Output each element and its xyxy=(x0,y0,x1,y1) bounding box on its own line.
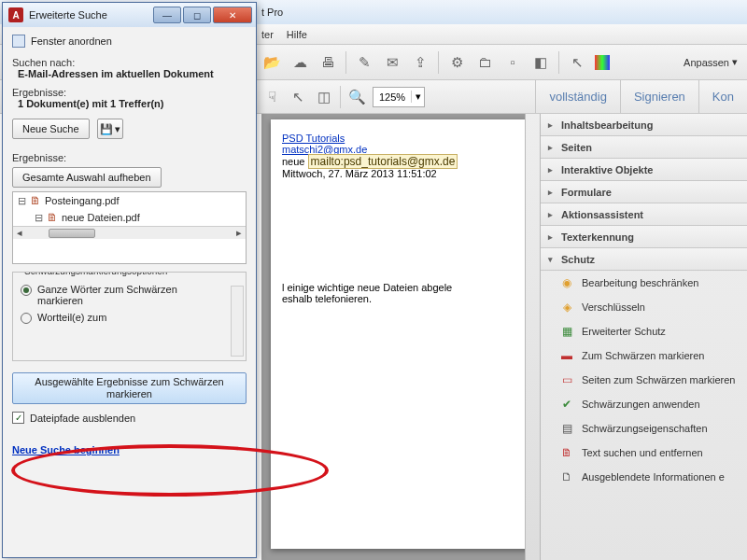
tree-collapse-icon[interactable]: ⊟ xyxy=(17,195,26,207)
save-button[interactable]: 💾▾ xyxy=(97,119,123,139)
dialog-title: Erweiterte Suche xyxy=(29,9,148,21)
item-erweitert[interactable]: ▦Erweiterter Schutz xyxy=(541,319,747,343)
rainbow-icon[interactable] xyxy=(595,55,610,70)
redaction-options-group: Schwärzungsmarkierungsoptionen Ganze Wör… xyxy=(12,272,247,361)
tab-vollstaendig[interactable]: vollständig xyxy=(535,80,619,114)
item-ausgeblendet[interactable]: 🗋Ausgeblendete Informationen e xyxy=(541,465,747,489)
separator xyxy=(340,86,341,108)
doc-body: eshalb telefonieren. xyxy=(282,293,530,304)
search-text-icon: 🗎 xyxy=(559,445,574,460)
item-anwenden[interactable]: ✔Schwärzungen anwenden xyxy=(541,392,747,416)
deselect-all-button[interactable]: Gesamte Auswahl aufheben xyxy=(12,167,162,188)
document-viewport: PSD Tutorials matschi2@gmx.de neue mailt… xyxy=(261,114,540,560)
chevron-right-icon: ▸ xyxy=(548,120,556,130)
label-ergebnisse: Ergebnisse: xyxy=(12,87,247,98)
results-summary: 1 Dokument(e) mit 1 Treffer(n) xyxy=(12,98,247,109)
new-search-button[interactable]: Neue Suche xyxy=(12,119,90,139)
zoom-value: 125% xyxy=(374,91,411,103)
tree-collapse-icon[interactable]: ⊟ xyxy=(34,212,43,224)
separator xyxy=(345,51,346,74)
item-seiten-markieren[interactable]: ▭Seiten zum Schwärzen markieren xyxy=(541,368,747,392)
arrange-windows[interactable]: Fenster anordnen xyxy=(12,35,247,48)
mail-icon[interactable]: ✉ xyxy=(382,52,402,73)
chevron-right-icon: ▸ xyxy=(548,143,556,152)
result-file[interactable]: ⊟ 🗎 Posteingang.pdf xyxy=(13,192,246,209)
mailto-tooltip: mailto:psd_tutorials@gmx.de xyxy=(308,154,458,169)
tab-kommentar[interactable]: Kon xyxy=(698,80,747,114)
item-eigenschaften[interactable]: ▤Schwärzungseigenschaften xyxy=(541,416,747,441)
acrobat-icon: A xyxy=(8,7,23,22)
chevron-right-icon: ▸ xyxy=(548,232,556,242)
page2-icon[interactable]: ◧ xyxy=(530,52,551,73)
zoom-icon[interactable]: 🔍 xyxy=(346,87,367,107)
zoom-combo[interactable]: 125% ▾ xyxy=(373,87,425,107)
shield-plus-icon: ▦ xyxy=(559,324,574,339)
result-file[interactable]: ⊟ 🗎 neue Dateien.pdf xyxy=(13,209,246,226)
separator xyxy=(438,51,439,74)
chevron-right-icon: ▸ xyxy=(548,210,556,219)
mark-for-redaction-button[interactable]: Ausgewählte Ergebnisse zum Schwärzen mar… xyxy=(12,372,247,404)
hide-paths-checkbox[interactable]: ✓ Dateipfade ausblenden xyxy=(12,412,247,424)
share-icon[interactable]: ⇪ xyxy=(410,52,430,73)
radio-whole-words[interactable]: Ganze Wörter zum Schwärzen markieren xyxy=(21,284,238,306)
doc-body: l einige wichtige neue Dateien abgele xyxy=(282,282,530,293)
gear-icon[interactable]: ⚙ xyxy=(446,52,467,73)
cloud-icon[interactable]: ☁ xyxy=(289,52,310,73)
radio-icon xyxy=(21,313,32,324)
properties-icon: ▤ xyxy=(559,421,574,436)
main-title: t Pro xyxy=(261,7,283,18)
marquee-icon[interactable]: ◫ xyxy=(314,87,334,107)
pointer-icon[interactable]: ↖ xyxy=(567,52,587,73)
close-button[interactable]: ✕ xyxy=(213,7,252,23)
results-tree[interactable]: ⊟ 🗎 Posteingang.pdf ⊟ 🗎 neue Dateien.pdf… xyxy=(12,191,247,264)
section-schutz[interactable]: ▾Schutz xyxy=(541,248,747,271)
scroll-right-icon[interactable]: ▸ xyxy=(233,227,246,239)
tools-panel: ▸Inhaltsbearbeitung ▸Seiten ▸Interaktive… xyxy=(540,114,747,560)
arrange-icon xyxy=(12,35,25,48)
hand-icon[interactable]: ☟ xyxy=(261,87,282,107)
scroll-thumb[interactable] xyxy=(49,229,95,238)
chevron-down-icon: ▾ xyxy=(548,255,556,264)
section-texterk[interactable]: ▸Texterkennung xyxy=(541,226,747,248)
vertical-scrollbar[interactable] xyxy=(525,114,540,560)
edit-icon[interactable]: ✎ xyxy=(354,52,374,73)
customize-button[interactable]: Anpassen▾ xyxy=(684,56,738,68)
redact-icon: ▬ xyxy=(559,348,574,363)
lock-icon: ◈ xyxy=(559,300,574,315)
radio-word-parts[interactable]: Wortteil(e) zum xyxy=(21,312,238,324)
section-inhalt[interactable]: ▸Inhaltsbearbeitung xyxy=(541,114,747,136)
chevron-right-icon: ▸ xyxy=(548,165,556,175)
menu-item[interactable]: Hilfe xyxy=(287,29,307,40)
maximize-button[interactable]: ◻ xyxy=(183,7,211,23)
item-markieren[interactable]: ▬Zum Schwärzen markieren xyxy=(541,343,747,368)
new-search-link[interactable]: Neue Suche beginnen xyxy=(12,444,120,455)
group-legend: Schwärzungsmarkierungsoptionen xyxy=(21,272,171,276)
radio-icon xyxy=(21,285,32,296)
tab-signieren[interactable]: Signieren xyxy=(620,80,698,114)
section-interaktiv[interactable]: ▸Interaktive Objekte xyxy=(541,159,747,181)
chevron-down-icon: ▾ xyxy=(732,56,738,68)
horizontal-scrollbar[interactable]: ◂ ▸ xyxy=(13,226,246,239)
doc-link-psd[interactable]: PSD Tutorials xyxy=(282,133,345,144)
item-bearbeitung[interactable]: ◉Bearbeitung beschränken xyxy=(541,271,747,295)
minimize-button[interactable]: — xyxy=(153,7,181,23)
checkbox-icon: ✓ xyxy=(12,412,24,424)
section-seiten[interactable]: ▸Seiten xyxy=(541,136,747,159)
print-icon[interactable]: 🖶 xyxy=(317,52,338,73)
chevron-right-icon: ▸ xyxy=(548,188,556,197)
document-page: PSD Tutorials matschi2@gmx.de neue mailt… xyxy=(271,119,540,549)
select-icon[interactable]: ↖ xyxy=(288,87,308,107)
dialog-titlebar[interactable]: A Erweiterte Suche — ◻ ✕ xyxy=(3,3,256,27)
menu-item[interactable]: ter xyxy=(261,29,274,40)
page-icon[interactable]: ▫ xyxy=(502,52,523,73)
group-scrollbar[interactable] xyxy=(231,286,244,357)
scroll-left-icon[interactable]: ◂ xyxy=(13,227,26,239)
section-aktionen[interactable]: ▸Aktionsassistent xyxy=(541,203,747,226)
section-formulare[interactable]: ▸Formulare xyxy=(541,181,747,203)
open-icon[interactable]: 📂 xyxy=(261,52,282,73)
folder-icon[interactable]: 🗀 xyxy=(474,52,495,73)
search-target: E-Mail-Adressen im aktuellen Dokument xyxy=(12,68,247,79)
pdf-icon: 🗎 xyxy=(30,194,41,207)
item-text-suchen[interactable]: 🗎Text suchen und entfernen xyxy=(541,441,747,465)
item-verschluesseln[interactable]: ◈Verschlüsseln xyxy=(541,295,747,319)
